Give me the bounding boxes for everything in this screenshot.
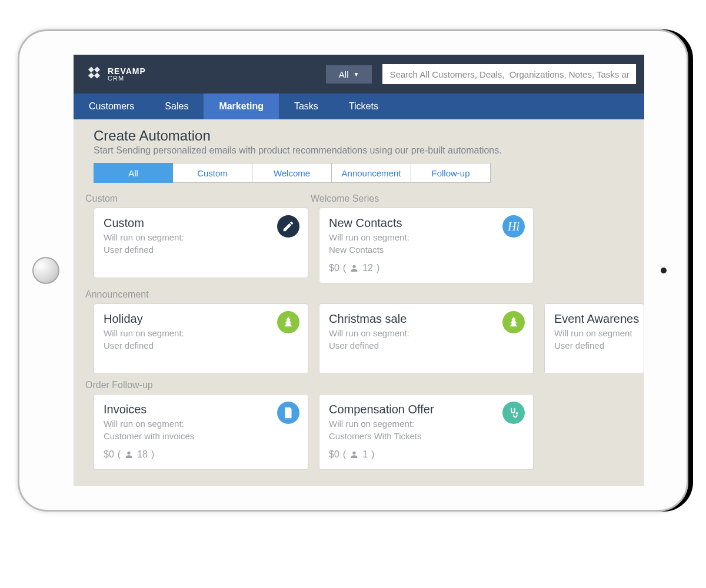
tree-icon (277, 311, 299, 333)
app-logo[interactable]: REVAMP CRM (85, 65, 146, 83)
tab-welcome[interactable]: Welcome (252, 163, 332, 183)
nav-tasks[interactable]: Tasks (279, 93, 334, 119)
card-segment-value: Customers With Tickets (329, 431, 524, 441)
page-subtitle: Start Sending personalized emails with p… (94, 145, 644, 156)
app-screen: REVAMP CRM All ▼ Customers Sales Marketi… (74, 55, 644, 486)
tab-custom[interactable]: Custom (173, 163, 252, 183)
card-count: 1 (362, 449, 368, 460)
filter-tabs: All Custom Welcome Announcement Follow-u… (94, 163, 644, 183)
card-amount: $0 (329, 449, 339, 460)
card-amount: $0 (329, 263, 339, 273)
nav-marketing[interactable]: Marketing (204, 93, 279, 119)
tab-followup[interactable]: Follow-up (411, 163, 491, 183)
card-amount: $0 (104, 449, 114, 460)
section-followup-label: Order Follow-up (85, 380, 644, 390)
card-stats: $0 ( 12 ) (329, 263, 524, 273)
card-title: Event Awarenes (554, 312, 634, 326)
topbar: REVAMP CRM All ▼ (74, 55, 644, 93)
tab-all[interactable]: All (94, 163, 173, 183)
section-welcome-label: Welcome Series (311, 193, 534, 204)
home-button[interactable] (32, 257, 59, 284)
card-title: New Contacts (329, 216, 524, 230)
chevron-down-icon: ▼ (354, 71, 359, 78)
section-custom-label: Custom (85, 193, 308, 204)
card-custom[interactable]: Custom Will run on segment: User defined (94, 208, 308, 278)
logo-text: REVAMP CRM (108, 67, 146, 82)
card-event-awareness[interactable]: Event Awarenes Will run on segment User … (544, 303, 644, 374)
card-stats: $0 ( 18 ) (104, 449, 298, 460)
card-segment-value: User defined (329, 340, 524, 350)
card-compensation-offer[interactable]: Compensation Offer Will run on segement:… (319, 394, 534, 470)
card-title: Custom (104, 216, 298, 230)
card-segment-label: Will run on segement: (329, 419, 524, 429)
logo-line1: REVAMP (108, 67, 146, 75)
content-area: Create Automation Start Sending personal… (74, 119, 644, 482)
card-segment-label: Will run on segment (554, 328, 634, 338)
nav-tickets[interactable]: Tickets (334, 93, 394, 119)
card-segment-value: Customer with invoices (104, 431, 298, 441)
main-nav: Customers Sales Marketing Tasks Tickets (74, 93, 644, 119)
scope-dropdown[interactable]: All ▼ (326, 65, 372, 83)
search-input[interactable] (382, 64, 636, 84)
document-icon (277, 402, 299, 424)
card-count: 12 (362, 263, 373, 273)
card-count: 18 (137, 449, 148, 460)
card-segment-value: User defined (104, 245, 298, 255)
card-segment-value: New Contacts (329, 245, 524, 255)
card-new-contacts[interactable]: Hi New Contacts Will run on segment: New… (319, 208, 534, 283)
card-title: Invoices (104, 403, 298, 416)
tab-announcement[interactable]: Announcement (332, 163, 411, 183)
card-invoices[interactable]: Invoices Will run on segment: Customer w… (94, 394, 308, 470)
pencil-icon (277, 215, 299, 238)
people-icon (124, 450, 134, 459)
hi-icon: Hi (502, 215, 525, 238)
scope-label: All (339, 69, 349, 79)
card-segment-label: Will run on segment: (329, 328, 524, 338)
section-announcement-label: Announcement (85, 289, 644, 300)
logo-line2: CRM (108, 75, 146, 82)
card-segment-value: User defined (104, 340, 298, 350)
people-icon (349, 263, 359, 273)
nav-sales[interactable]: Sales (149, 93, 204, 119)
card-holiday[interactable]: Holiday Will run on segment: User define… (94, 303, 308, 374)
camera-dot (661, 268, 667, 273)
tree-icon (502, 311, 525, 333)
card-segment-label: Will run on segment: (104, 328, 298, 338)
card-segment-label: Will run on segment: (104, 232, 298, 242)
card-christmas-sale[interactable]: Christmas sale Will run on segment: User… (319, 303, 534, 374)
card-segment-label: Will run on segment: (104, 419, 298, 429)
nav-customers[interactable]: Customers (74, 93, 149, 119)
card-title: Holiday (104, 312, 298, 326)
people-icon (349, 450, 359, 459)
tablet-frame: REVAMP CRM All ▼ Customers Sales Marketi… (18, 29, 688, 512)
stethoscope-icon (502, 402, 525, 424)
card-segment-label: Will run on segment: (329, 232, 524, 242)
logo-icon (85, 65, 103, 83)
card-title: Compensation Offer (329, 403, 524, 416)
card-segment-value: User defined (554, 340, 634, 350)
page-title: Create Automation (94, 128, 644, 144)
card-title: Christmas sale (329, 312, 524, 326)
card-stats: $0 ( 1 ) (329, 449, 524, 460)
